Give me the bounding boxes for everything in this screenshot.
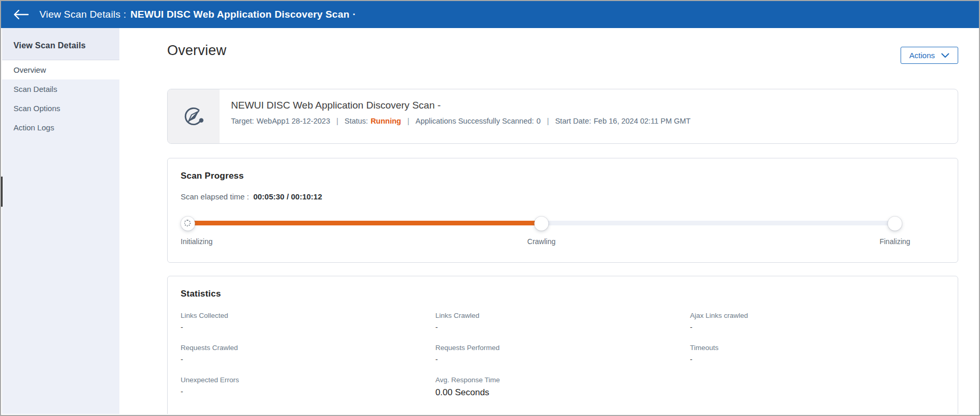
stat-label: Unexpected Errors <box>181 376 435 384</box>
milestone-label-initializing: Initializing <box>181 237 212 246</box>
status-badge: Running <box>371 117 401 125</box>
sidebar: View Scan Details Overview Scan Details … <box>2 28 119 414</box>
milestone-label-finalizing: Finalizing <box>879 237 910 246</box>
sidebar-item-overview[interactable]: Overview <box>2 60 119 79</box>
stat-value: - <box>435 323 690 331</box>
stat-value: - <box>181 387 435 396</box>
separator: | <box>547 117 549 125</box>
sidebar-item-scan-options[interactable]: Scan Options <box>2 99 119 118</box>
app-window: View Scan Details :NEWUI DISC Web Applic… <box>0 0 980 416</box>
spinner-icon <box>184 220 191 226</box>
stat-value: - <box>181 323 435 331</box>
window-title-scan-name: NEWUI DISC Web Application Discovery Sca… <box>130 9 349 20</box>
actions-button-label: Actions <box>909 51 935 60</box>
stat-value: - <box>181 355 435 364</box>
stat-timeouts: Timeouts - <box>690 344 945 364</box>
stat-label: Requests Crawled <box>181 344 435 352</box>
scan-meta-row: Target: WebApp1 28-12-2023 | Status: Run… <box>231 117 690 125</box>
stat-avg-response-time: Avg. Response Time 0.00 Seconds <box>435 376 690 398</box>
scan-progress-heading: Scan Progress <box>181 171 945 181</box>
window-title-prefix: View Scan Details : <box>39 9 126 20</box>
separator: | <box>336 117 338 125</box>
start-date-label: Start Date: <box>555 117 591 125</box>
target-value: WebApp1 28-12-2023 <box>256 117 330 125</box>
stat-value: 0.00 Seconds <box>435 387 690 398</box>
milestone-crawling-circle <box>535 217 549 231</box>
statistics-grid: Links Collected - Links Crawled - Ajax L… <box>181 312 945 398</box>
chevron-down-icon <box>941 53 949 58</box>
main-content: Overview Actions NEWUI DISC Web Applicat… <box>119 28 978 414</box>
statistics-card: Statistics Links Collected - Links Crawl… <box>167 276 958 414</box>
sidebar-header: View Scan Details <box>2 28 119 60</box>
left-edge-panel-handle[interactable] <box>1 177 3 207</box>
window-title-suffix: · <box>352 9 356 20</box>
page-title: Overview <box>167 43 226 59</box>
stat-value: - <box>435 355 690 364</box>
scan-name-title: NEWUI DISC Web Application Discovery Sca… <box>231 100 690 111</box>
elapsed-time-row: Scan elapsed time : 00:05:30 / 00:10:12 <box>181 192 945 201</box>
start-date-value: Feb 16, 2024 02:11 PM GMT <box>594 117 691 125</box>
progress-bar <box>188 217 895 230</box>
stat-requests-crawled: Requests Crawled - <box>181 344 435 364</box>
stat-value: - <box>690 323 945 331</box>
separator: | <box>407 117 410 125</box>
compass-gauge-icon <box>181 103 207 129</box>
sidebar-item-scan-details[interactable]: Scan Details <box>2 79 119 99</box>
actions-button[interactable]: Actions <box>901 47 958 64</box>
stat-links-crawled: Links Crawled - <box>435 312 690 331</box>
milestone-finalizing-circle <box>888 217 902 231</box>
stat-label: Avg. Response Time <box>435 376 690 384</box>
top-header-bar: View Scan Details :NEWUI DISC Web Applic… <box>1 1 979 28</box>
stat-label: Requests Performed <box>435 344 690 352</box>
back-arrow-icon[interactable] <box>12 9 29 20</box>
summary-icon-panel <box>168 89 220 143</box>
apps-scanned-label: Applications Successfully Scanned: <box>415 117 534 125</box>
stat-label: Links Collected <box>181 312 435 319</box>
elapsed-time-label: Scan elapsed time : <box>181 192 249 201</box>
elapsed-time-value: 00:05:30 / 00:10:12 <box>253 192 322 201</box>
sidebar-title: View Scan Details <box>13 41 119 50</box>
stat-unexpected-errors: Unexpected Errors - <box>181 376 435 398</box>
scan-progress-card: Scan Progress Scan elapsed time : 00:05:… <box>167 158 958 263</box>
stat-label: Ajax Links crawled <box>690 312 945 319</box>
scan-summary-card: NEWUI DISC Web Application Discovery Sca… <box>167 89 958 144</box>
apps-scanned-value: 0 <box>537 117 541 125</box>
stat-value: - <box>690 355 945 364</box>
statistics-heading: Statistics <box>181 289 945 299</box>
stat-ajax-links-crawled: Ajax Links crawled - <box>690 312 945 331</box>
status-label: Status: <box>345 117 368 125</box>
milestone-label-crawling: Crawling <box>527 237 555 246</box>
stat-links-collected: Links Collected - <box>181 312 435 331</box>
sidebar-item-action-logs[interactable]: Action Logs <box>2 118 119 137</box>
progress-fill <box>188 221 541 225</box>
progress-labels: Initializing Crawling Finalizing <box>188 237 895 247</box>
window-title: View Scan Details :NEWUI DISC Web Applic… <box>39 9 356 20</box>
stat-label: Links Crawled <box>435 312 690 319</box>
milestone-initializing-circle <box>181 217 195 231</box>
target-label: Target: <box>231 117 254 125</box>
stat-requests-performed: Requests Performed - <box>435 344 690 364</box>
stat-label: Timeouts <box>690 344 945 352</box>
